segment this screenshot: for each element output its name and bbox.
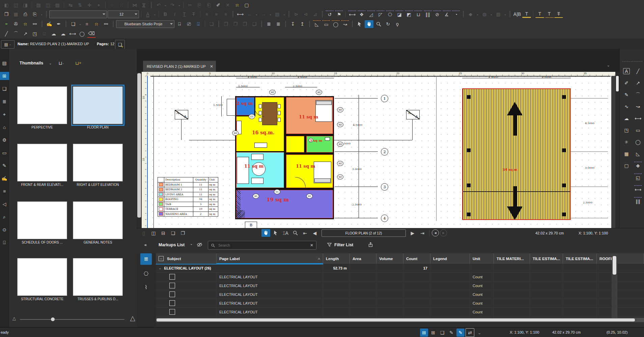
row-checkbox[interactable] [169,309,175,315]
measure-length-icon[interactable]: ⟷ [348,10,357,18]
filter-icon[interactable] [327,242,332,248]
measure-radius-icon[interactable]: ◔ [452,10,460,18]
collapse-group-icon[interactable]: ⌄ [159,266,161,270]
attachment-icon[interactable]: ✇ [11,20,20,28]
sign-icon[interactable]: ✒ [54,20,63,28]
measure-angle-icon[interactable]: ∡ [442,10,451,18]
previous-view-button[interactable]: ◀ [432,229,439,236]
new-page-menu-icon[interactable]: ⌄ [78,20,82,28]
scrollbar-thumb[interactable] [613,256,616,275]
arrow-icon[interactable]: ↗ [21,30,30,38]
copy-icon[interactable]: ⎘ [195,1,204,9]
thumbnail[interactable]: GENERAL NOTES [73,201,123,244]
new-page-icon[interactable]: ❏ [69,20,78,28]
scrollbar-thumb[interactable] [137,73,141,218]
font-color-menu-icon[interactable]: ⌄ [153,10,157,18]
markup-group-row[interactable]: ⌄ELECTRICAL LAYOUT (26) 52.73 m 17 [156,264,644,273]
bold-icon[interactable]: B [161,10,170,18]
pen-icon[interactable]: ✎ [622,91,631,99]
measure-count-icon[interactable]: ∥∥ [423,10,432,18]
align-left-icon[interactable]: ◧ [2,1,11,9]
places-tab[interactable]: ⌖ [0,110,9,118]
left-scrollbar[interactable] [137,72,142,228]
view-single-icon[interactable]: ▯ [139,229,148,237]
fit-page-icon[interactable]: ❏ [169,229,177,237]
alert-bell-icon[interactable]: ⍾ [233,1,242,9]
thumbnail[interactable]: FRONT & REAR ELEVATI... [17,144,67,187]
copy-from-pages-icon[interactable]: ↥ [298,20,307,28]
tool-chest-tab[interactable]: ⌺ [0,238,9,247]
distribute-horizontal-icon[interactable]: ↹ [66,1,75,9]
view-stacked-icon[interactable]: ⊟ [159,229,168,237]
undo-icon[interactable]: ↶ [154,1,163,9]
filter-list-label[interactable]: Filter List [334,243,353,247]
font-size-select[interactable]: 12 [108,10,139,18]
format-painter-icon[interactable]: ✐ [214,1,223,9]
fit-width-icon[interactable]: ❐ [178,229,187,237]
arc-icon[interactable]: ⌒ [11,30,20,38]
dimension-icon[interactable]: ⟷ [634,114,642,122]
spellcheck-icon[interactable]: A|B [513,10,522,18]
clear-search-icon[interactable]: ✕ [310,243,313,248]
open-icon[interactable]: ❐ [2,10,11,18]
pan-tool-icon[interactable] [261,229,270,237]
page-link-icon[interactable]: ⚯ [102,20,110,28]
markups-horizontal-scrollbar[interactable] [156,318,644,322]
select-tool-icon[interactable] [271,229,280,237]
sketch-ellipse-icon[interactable]: ◯ [331,20,340,28]
export-share-icon[interactable] [368,242,373,248]
crop-pages-icon[interactable]: ⌗ [83,20,91,28]
cloud-icon[interactable]: ☁ [49,30,58,38]
chevron-down-icon[interactable]: ⌄ [49,61,52,65]
last-page-button[interactable]: ⇥ [418,229,427,237]
squiggle-icon[interactable]: ∿ [622,103,631,110]
font-family-select[interactable] [49,10,107,18]
dynamic-zoom-icon[interactable]: ↻ [384,20,392,28]
page-indicator[interactable]: FLOOR PLAN (2 of 12) [321,229,406,237]
slider-track[interactable] [20,319,124,320]
shade-menu-icon[interactable]: ⌄ [489,10,493,18]
zoom-tool-icon[interactable] [291,229,300,237]
center-in-document-icon[interactable]: ⌖ [94,1,103,9]
previous-page-button[interactable]: ◀ [310,229,319,237]
length-arrow-icon[interactable]: ⟷ [236,10,245,18]
extract-pages-icon[interactable]: ❏ [207,20,216,28]
line-style-menu-icon[interactable]: ⌄ [282,10,286,18]
page-layout-icon[interactable]: ⊔⌄ [56,59,66,67]
ellipse-icon[interactable]: ◯ [634,138,642,146]
font-color-icon[interactable]: A [143,10,152,18]
linked-region-icon[interactable]: ⚯ [30,20,39,28]
measurements-tab[interactable]: ▭ [0,149,9,157]
redo-icon[interactable]: ↷ [168,1,177,9]
hatch-icon[interactable]: ▨ [494,10,503,18]
group-icon[interactable]: ❐ [241,20,249,28]
next-view-button[interactable]: ▶ [440,229,447,236]
ungroup-icon[interactable]: ❏ [250,20,259,28]
text-highlight-icon[interactable]: T [522,10,531,18]
vertical-scrollbar[interactable] [615,72,619,228]
drawing-page[interactable]: Description Quantity Unit BEDROOM 1 11 s… [146,76,611,228]
flag-bell-icon[interactable]: ⍾ [21,20,30,28]
ellipse-icon[interactable]: ◯ [78,30,86,38]
snapshot-icon[interactable]: ⌻ [40,30,49,38]
hide-markups-icon[interactable] [197,242,202,248]
flip-vertical-icon[interactable]: ⋈ [140,1,148,9]
align-bottom-icon[interactable]: ▨ [53,1,62,9]
text-strikethrough-icon[interactable]: T [554,10,563,18]
chevron-down-icon[interactable]: ⌄ [190,242,193,246]
italic-icon[interactable]: I [170,10,179,18]
measure-diameter-icon[interactable]: ⊘ [433,10,442,18]
cloud-icon[interactable]: ☁ [622,114,631,122]
viewport-icon[interactable]: ⚑ [335,10,343,18]
underline-icon[interactable]: T [180,10,189,18]
align-right-icon[interactable]: ◨ [21,1,30,9]
strikethrough-icon[interactable]: T [189,10,198,18]
cut-icon[interactable]: ✂ [186,1,194,9]
highlighter-icon[interactable]: ✐ [622,79,631,87]
zoom-out-icon[interactable]: △ [12,316,16,321]
row-checkbox[interactable] [169,291,175,297]
status-menu-icon[interactable]: ⌄ [475,329,483,337]
scrollbar-thumb[interactable] [157,318,635,321]
polyline-icon[interactable]: ↝ [634,103,642,110]
vertex-add-icon[interactable]: ⊳ [292,10,301,18]
